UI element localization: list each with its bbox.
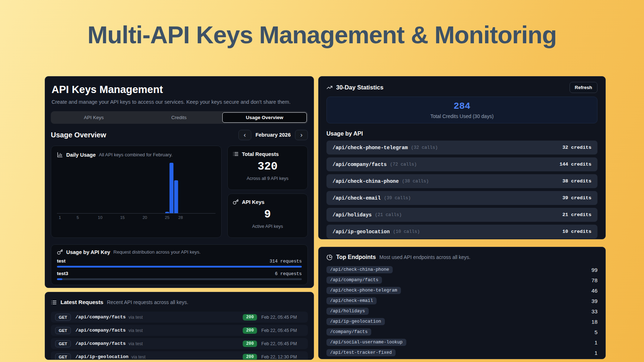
api-usage-row: /api/ip-geolocation (10 calls) 10 credit… bbox=[326, 225, 597, 239]
daily-usage-plot bbox=[58, 163, 183, 213]
x-axis-tick: 1 bbox=[59, 215, 61, 220]
section-title: Usage Overview bbox=[51, 131, 106, 139]
endpoint-row: /api/holidays 33 bbox=[326, 307, 597, 315]
daily-usage-subtitle: All API keys combined for February. bbox=[99, 152, 173, 157]
x-axis-tick: 28 bbox=[178, 215, 183, 220]
request-via: via test bbox=[131, 354, 146, 359]
api-keys-title: API Keys bbox=[242, 199, 265, 205]
refresh-button[interactable]: Refresh bbox=[570, 82, 597, 93]
progress-fill bbox=[57, 266, 302, 268]
endpoint-count: 1 bbox=[595, 350, 597, 356]
method-badge: GET bbox=[55, 353, 71, 360]
request-path: /api/ip-geolocation bbox=[76, 354, 129, 359]
request-time: Feb 22, 05:45 PM bbox=[261, 328, 304, 333]
api-keys-management-panel: API Keys Management Create and manage yo… bbox=[45, 76, 314, 288]
usage-row: test3 6 requests bbox=[57, 271, 302, 280]
x-axis-tick: 20 bbox=[142, 215, 147, 220]
api-path: /api/holidays bbox=[333, 212, 372, 218]
total-credits-label: Total Credits Used (30 days) bbox=[430, 113, 494, 119]
endpoint-chip: /api/company/facts bbox=[326, 277, 382, 284]
usage-row: test 314 requests bbox=[57, 258, 302, 268]
request-row: GET /api/ip-geolocation via test 200 Feb… bbox=[51, 351, 308, 360]
endpoint-chip: /api/holidays bbox=[326, 308, 369, 315]
request-path: /api/company/facts bbox=[76, 341, 126, 346]
endpoint-row: /api/check-china-phone 99 bbox=[326, 266, 597, 274]
request-row: GET /api/company/facts via test 200 Feb … bbox=[51, 325, 308, 336]
key-requests: 6 requests bbox=[275, 272, 302, 277]
endpoint-row: /api/ip-geolocation 18 bbox=[326, 318, 597, 326]
endpoint-chip: /api/test-tracker-fixed bbox=[326, 349, 396, 356]
endpoint-count: 1 bbox=[595, 339, 597, 346]
endpoint-chip: /api/check-phone-telegram bbox=[326, 287, 401, 294]
api-usage-row: /api/check-china-phone (38 calls) 38 cre… bbox=[326, 174, 597, 188]
x-axis-tick: 10 bbox=[98, 215, 102, 220]
total-requests-title: Total Requests bbox=[242, 151, 279, 157]
api-path: /api/check-email bbox=[333, 195, 381, 201]
top-endpoints-subtitle: Most used API endpoints across all keys. bbox=[379, 254, 470, 260]
api-credits: 144 credits bbox=[560, 162, 591, 167]
request-path: /api/company/facts bbox=[76, 314, 126, 320]
method-badge: GET bbox=[55, 340, 71, 347]
key-name: test bbox=[57, 258, 66, 264]
endpoint-chip: /api/check-email bbox=[326, 297, 377, 304]
api-path: /api/check-phone-telegram bbox=[333, 145, 408, 151]
stats-title: 30-Day Statistics bbox=[336, 84, 383, 91]
endpoint-count: 39 bbox=[591, 298, 597, 304]
latest-requests-panel: Latest Requests Recent API requests acro… bbox=[45, 292, 314, 360]
usage-by-api-title: Usage by API bbox=[326, 131, 597, 137]
tab-bar: API Keys Credits Usage Overview bbox=[51, 111, 308, 124]
usage-by-key-subtitle: Request distribution across your API key… bbox=[113, 249, 201, 255]
total-requests-value: 320 bbox=[233, 160, 302, 173]
month-navigation: ‹ February 2026 › bbox=[238, 130, 308, 140]
api-usage-row: /api/company/facts (72 calls) 144 credit… bbox=[326, 157, 597, 171]
progress-track bbox=[57, 278, 302, 280]
panel-subtitle: Create and manage your API keys to acces… bbox=[52, 99, 307, 105]
chevron-right-icon[interactable]: › bbox=[295, 130, 308, 140]
endpoint-chip: /api/check-china-phone bbox=[326, 266, 393, 273]
total-credits-value: 284 bbox=[454, 101, 470, 112]
x-axis-tick: 15 bbox=[120, 215, 125, 220]
endpoint-row: /api/company/facts 78 bbox=[326, 276, 597, 284]
api-keys-value: 9 bbox=[233, 208, 302, 221]
request-time: Feb 22, 05:45 PM bbox=[261, 315, 304, 320]
method-badge: GET bbox=[55, 314, 71, 321]
endpoint-count: 18 bbox=[591, 319, 597, 325]
tab-api-keys[interactable]: API Keys bbox=[52, 112, 136, 123]
endpoint-chip: /company/facts bbox=[326, 328, 371, 336]
endpoint-chip: /api/ip-geolocation bbox=[326, 318, 385, 325]
endpoint-row: /api/social-username-lookup 1 bbox=[326, 338, 597, 346]
daily-usage-xlabels: 151015202528 bbox=[58, 215, 183, 221]
api-path: /api/ip-geolocation bbox=[333, 229, 390, 235]
api-calls: (72 calls) bbox=[390, 162, 417, 167]
api-usage-row: /api/holidays (21 calls) 21 credits bbox=[326, 208, 597, 222]
key-requests: 314 requests bbox=[270, 259, 302, 264]
endpoint-chip: /api/social-username-lookup bbox=[326, 339, 406, 346]
api-path: /api/company/facts bbox=[333, 162, 387, 167]
daily-usage-bar bbox=[174, 180, 178, 213]
key-icon bbox=[233, 199, 239, 205]
chevron-left-icon[interactable]: ‹ bbox=[238, 130, 251, 140]
daily-usage-card: Daily Usage All API keys combined for Fe… bbox=[51, 146, 222, 238]
usage-by-api-key-card: Usage by API Key Request distribution ac… bbox=[51, 244, 308, 285]
tab-credits[interactable]: Credits bbox=[137, 112, 221, 123]
request-row: GET /api/company/facts via test 200 Feb … bbox=[51, 338, 308, 349]
api-credits: 38 credits bbox=[562, 178, 591, 184]
endpoint-count: 46 bbox=[591, 288, 597, 294]
progress-fill bbox=[57, 278, 62, 280]
bar-chart-icon bbox=[57, 152, 63, 158]
api-calls: (10 calls) bbox=[393, 229, 420, 234]
endpoint-count: 99 bbox=[591, 267, 597, 273]
latest-requests-title: Latest Requests bbox=[60, 299, 103, 305]
top-endpoints-title: Top Endpoints bbox=[336, 254, 376, 260]
x-axis-tick: 25 bbox=[165, 215, 170, 220]
status-badge: 200 bbox=[243, 354, 257, 360]
progress-track bbox=[57, 266, 302, 268]
total-credits-card: 284 Total Credits Used (30 days) bbox=[326, 97, 597, 123]
api-calls: (32 calls) bbox=[411, 145, 438, 150]
tab-usage-overview[interactable]: Usage Overview bbox=[222, 112, 307, 123]
api-path: /api/check-china-phone bbox=[333, 178, 399, 184]
pie-chart-icon bbox=[326, 254, 333, 260]
key-icon bbox=[57, 249, 63, 255]
x-axis-tick: 5 bbox=[77, 215, 79, 220]
endpoint-count: 78 bbox=[591, 277, 597, 283]
